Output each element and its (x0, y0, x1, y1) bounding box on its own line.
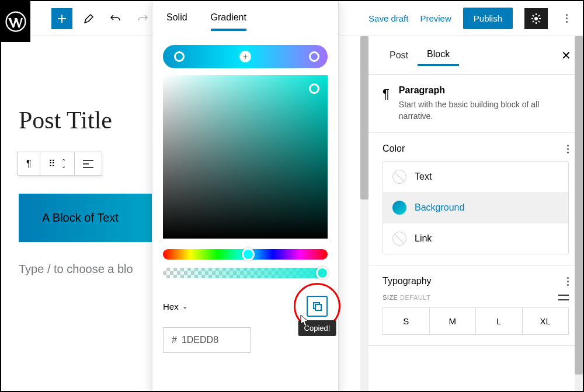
block-name: Paragraph (399, 85, 569, 96)
size-label: SIZE (383, 294, 398, 301)
typography-options-icon[interactable] (567, 277, 569, 286)
gradient-bar[interactable]: + (163, 45, 328, 68)
typography-heading: Typography (383, 276, 432, 286)
color-options-icon[interactable] (567, 145, 569, 153)
size-s[interactable]: S (383, 308, 430, 334)
svg-rect-3 (315, 304, 321, 310)
color-link-row[interactable]: Link (383, 223, 568, 254)
saturation-picker[interactable] (163, 75, 328, 239)
gradient-add-stop[interactable]: + (239, 51, 251, 62)
settings-button[interactable] (524, 8, 548, 29)
block-info: ¶ Paragraph Start with the basic buildin… (369, 75, 583, 133)
redo-button[interactable] (132, 8, 153, 29)
paragraph-icon: ¶ (383, 86, 390, 122)
copied-tooltip: Copied! (298, 320, 336, 336)
hex-prefix: # (172, 335, 177, 345)
more-menu-button[interactable] (559, 8, 573, 29)
align-icon[interactable] (75, 152, 102, 175)
gradient-stop-2[interactable] (309, 51, 319, 62)
link-swatch (392, 232, 406, 246)
svg-point-1 (534, 17, 538, 20)
size-default-label: DEFAULT (400, 294, 430, 301)
typography-panel: Typography SIZE DEFAULT S M L XL (369, 265, 583, 346)
save-draft-link[interactable]: Save draft (369, 13, 408, 23)
publish-button[interactable]: Publish (463, 8, 513, 29)
block-description: Start with the basic building block of a… (399, 99, 569, 122)
size-custom-icon[interactable] (558, 293, 569, 302)
color-text-row[interactable]: Text (383, 162, 568, 192)
background-swatch (392, 201, 406, 215)
tab-post[interactable]: Post (380, 46, 418, 65)
add-block-button[interactable] (51, 8, 72, 29)
tab-block[interactable]: Block (418, 44, 459, 66)
saturation-handle[interactable] (309, 83, 319, 94)
gradient-tab[interactable]: Gradient (211, 12, 246, 31)
scrollbar-sidebar[interactable] (575, 36, 583, 391)
text-swatch (392, 170, 406, 184)
settings-sidebar: Post Block ✕ ¶ Paragraph Start with the … (368, 36, 583, 391)
hex-input[interactable]: # 1DEDD8 (163, 327, 251, 353)
hue-slider[interactable] (163, 249, 328, 260)
hex-value: 1DEDD8 (182, 335, 218, 345)
block-toolbar: ¶ ⠿ ⌃⌄ (18, 152, 102, 176)
scrollbar-editor[interactable] (360, 36, 369, 391)
copy-color-button[interactable]: Copied! (307, 296, 328, 317)
format-select[interactable]: Hex ⌄ (163, 302, 187, 312)
undo-button[interactable] (105, 8, 126, 29)
gradient-stop-1[interactable] (174, 51, 185, 62)
edit-tool-icon[interactable] (78, 8, 99, 29)
color-background-row[interactable]: Background (383, 192, 568, 223)
size-xl[interactable]: XL (523, 308, 569, 334)
color-picker-popover: Solid Gradient + Hex ⌄ Copied! # 1DEDD8 (152, 0, 339, 392)
solid-tab[interactable]: Solid (166, 12, 187, 31)
alpha-handle[interactable] (316, 267, 329, 279)
alpha-slider[interactable] (163, 268, 328, 278)
paragraph-icon[interactable]: ¶ (18, 152, 40, 175)
preview-link[interactable]: Preview (420, 13, 451, 23)
size-m[interactable]: M (430, 308, 477, 334)
drag-handle-icon[interactable]: ⠿ ⌃⌄ (40, 152, 75, 175)
close-sidebar-icon[interactable]: ✕ (561, 48, 571, 62)
color-panel: Color Text Background Link (369, 133, 583, 265)
color-heading: Color (383, 144, 405, 154)
hue-handle[interactable] (242, 248, 255, 261)
size-l[interactable]: L (476, 308, 523, 334)
